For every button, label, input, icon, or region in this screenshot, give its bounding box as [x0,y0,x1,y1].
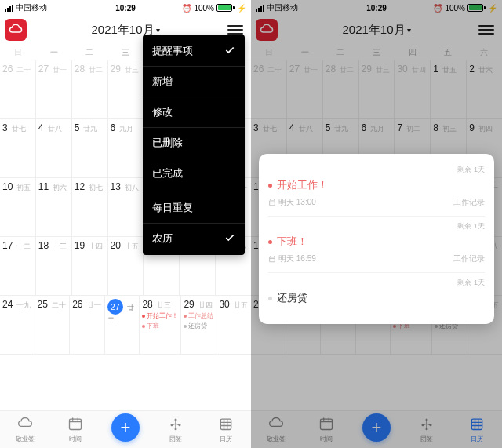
tab-0[interactable]: 敬业签 [0,411,50,448]
tab-3[interactable]: 团签 [402,411,452,448]
reminder-item[interactable]: 剩余 1天还房贷 [268,273,485,318]
add-button[interactable]: + [351,411,402,448]
status-bar: 中国移动 10:29 ⏰ 100% ⚡ [0,0,251,16]
phone-left: 中国移动 10:29 ⏰ 100% ⚡ 2021年10月▾ 日一二三四五六 26… [0,0,251,448]
svg-rect-0 [70,419,82,429]
signal-icon [5,5,13,12]
day-cell[interactable]: 3 廿七 [0,119,36,177]
day-cell[interactable]: 28 廿二 [323,60,359,118]
weekday: 一 [36,47,72,58]
reminder-title: 下班！ [268,235,485,249]
tab-0[interactable]: 敬业签 [251,411,301,448]
menu-item[interactable]: 提醒事项 [143,36,245,67]
page-title[interactable]: 2021年10月▾ [342,23,410,38]
menu-button[interactable] [478,23,494,37]
svg-point-1 [175,419,176,421]
tab-bar: 敬业签时间+团签日历 [251,410,502,448]
svg-rect-6 [321,419,333,429]
day-cell[interactable]: 27 廿一 [36,60,72,118]
tab-icon [67,416,83,433]
day-cell[interactable]: 25 二十 [35,296,71,354]
day-cell[interactable]: 10 初五 [0,178,36,236]
day-cell[interactable]: 26 廿一 [70,296,105,354]
tab-1[interactable]: 时间 [50,411,100,448]
menu-item[interactable]: 每日重复 [143,193,245,224]
tab-1[interactable]: 时间 [301,411,351,448]
day-cell[interactable]: 11 初六 [36,178,72,236]
day-cell[interactable]: 6 九月 [108,119,144,177]
status-time: 10:29 [115,4,136,13]
battery-icon [467,4,486,12]
day-cell[interactable]: 19 十四 [72,237,108,295]
day-cell[interactable]: 5 廿九 [72,119,108,177]
day-cell[interactable]: 2 廿六 [467,60,502,118]
weekday: 二 [71,47,107,58]
menu-item[interactable]: 已删除 [143,128,245,158]
day-cell[interactable]: 12 初七 [72,178,108,236]
battery-pct: 100% [194,4,214,13]
day-cell[interactable]: 30 廿四 [395,60,431,118]
tab-icon [168,416,184,433]
weekday: 六 [466,47,502,58]
battery-icon [216,4,235,12]
tab-label: 团签 [420,435,433,443]
tab-icon [419,416,435,433]
signal-icon [256,5,264,12]
reminder-title: 开始工作！ [268,178,485,192]
alarm-icon: ⏰ [433,4,442,13]
add-button[interactable]: + [100,411,151,448]
day-cell[interactable]: 18 十三 [36,237,72,295]
day-cell[interactable]: 26 二十 [0,60,36,118]
menu-item[interactable]: 修改 [143,97,245,128]
tab-bar: 敬业签时间+团签日历 [0,410,251,448]
tab-label: 时间 [320,435,333,443]
reminder-remain: 剩余 1天 [268,221,485,231]
day-cell[interactable]: 29 廿三 [359,60,395,118]
weekday: 二 [322,47,358,58]
event-chip[interactable]: 开始工作！ [142,311,178,321]
tab-3[interactable]: 团签 [151,411,201,448]
event-chip[interactable]: 还房贷 [184,322,213,331]
event-chip[interactable]: 工作总结 [184,311,213,321]
event-chip[interactable]: 下班 [142,322,178,331]
menu-item[interactable]: 农历 [143,224,245,253]
status-bar: 中国移动 10:29 ⏰ 100% ⚡ [251,0,502,16]
weekday: 三 [107,47,144,58]
day-cell[interactable]: 13 初八 [108,178,144,236]
reminder-card: 剩余 1天开始工作！明天 13:00工作记录剩余 1天下班！明天 16:59工作… [259,154,494,324]
tab-icon [318,416,334,433]
day-cell[interactable]: 17 十二 [0,237,36,295]
day-cell[interactable]: 26 二十 [251,60,287,118]
tab-label: 敬业签 [267,435,286,443]
day-cell[interactable]: 29 廿四工作总结还房贷 [181,296,216,354]
day-cell[interactable]: 28 廿三开始工作！下班 [140,296,181,354]
menu-item[interactable]: 新增 [143,67,245,97]
carrier-label: 中国移动 [267,2,298,13]
app-logo[interactable] [256,19,278,41]
check-icon [224,45,235,58]
app-logo[interactable] [5,19,27,41]
reminder-item[interactable]: 剩余 1天下班！明天 16:59工作记录 [268,217,485,273]
day-cell[interactable]: 30 廿五 [216,296,251,354]
day-cell[interactable]: 28 廿二 [72,60,108,118]
svg-point-4 [175,428,176,430]
weekday: 日 [251,47,287,58]
day-cell[interactable]: 27 廿二 [105,296,140,354]
carrier-label: 中国移动 [16,2,47,13]
svg-point-7 [426,419,427,421]
status-time: 10:29 [366,4,387,13]
reminder-item[interactable]: 剩余 1天开始工作！明天 13:00工作记录 [268,160,485,217]
tab-icon [218,416,234,433]
tab-4[interactable]: 日历 [201,411,251,448]
tab-icon [17,416,33,433]
tab-4[interactable]: 日历 [452,411,502,448]
day-cell[interactable]: 29 廿三 [108,60,144,118]
tab-label: 团签 [169,435,182,443]
day-cell[interactable]: 27 廿一 [287,60,323,118]
day-cell[interactable]: 20 十五 [108,237,144,295]
reminder-sub: 明天 16:59工作记录 [268,253,485,264]
day-cell[interactable]: 24 十九 [0,296,35,354]
day-cell[interactable]: 1 廿五 [431,60,467,118]
day-cell[interactable]: 4 廿八 [36,119,72,177]
menu-item[interactable]: 已完成 [143,158,245,193]
